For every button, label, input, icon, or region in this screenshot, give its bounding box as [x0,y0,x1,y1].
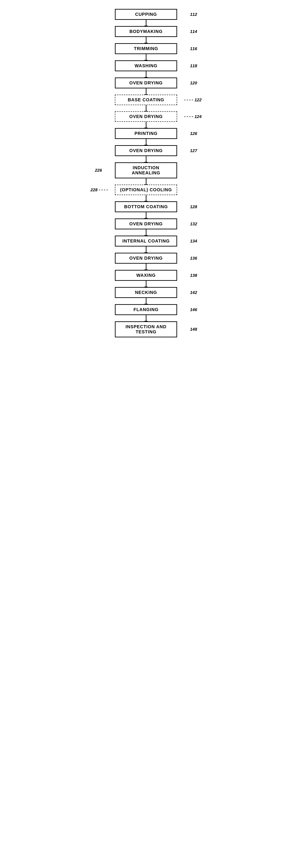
ref-oven-drying-4: 132 [190,222,197,226]
box-oven-drying-3: OVEN DRYING [115,145,177,156]
box-oven-drying-1: OVEN DRYING [115,78,177,88]
flowchart: CUPPING112BODYMAKING114TRIMMING116WASHIN… [88,4,204,342]
box-flanging: FLANGING [115,304,177,315]
ref-waxing: 138 [190,273,197,278]
step-row-necking: NECKING142 [88,287,204,298]
box-printing: PRINTING [115,128,177,139]
step-row-inspection-testing: INSPECTION AND TESTING148 [88,321,204,337]
ref-necking: 142 [190,290,197,295]
ref-internal-coating: 134 [190,239,197,244]
step-row-bodymaking: BODYMAKING114 [88,26,204,37]
dashed-ref-line [184,100,193,100]
step-row-induction-annealing: INDUCTION ANNEALING226 [88,162,204,178]
ref-inspection-testing: 148 [190,327,197,332]
step-row-washing: WASHING118 [88,60,204,71]
step-row-oven-drying-3: OVEN DRYING127 [88,145,204,156]
ref-printing: 126 [190,131,197,136]
step-row-cupping: CUPPING112 [88,9,204,20]
box-washing: WASHING [115,60,177,71]
step-row-oven-drying-2: OVEN DRYING124 [88,111,204,122]
box-necking: NECKING [115,287,177,298]
box-cupping: CUPPING [115,9,177,20]
ref-optional-cooling: 228 [90,187,108,192]
ref-induction-annealing: 226 [95,168,102,173]
box-oven-drying-5: OVEN DRYING [115,253,177,264]
step-row-base-coating: BASE COATING122 [88,95,204,105]
box-waxing: WAXING [115,270,177,281]
step-row-trimming: TRIMMING116 [88,43,204,54]
ref-oven-drying-5: 136 [190,256,197,261]
ref-cupping: 112 [190,12,197,17]
box-base-coating: BASE COATING [115,95,177,105]
box-bodymaking: BODYMAKING [115,26,177,37]
ref-oven-drying-1: 120 [190,81,197,86]
step-row-waxing: WAXING138 [88,270,204,281]
step-row-oven-drying-5: OVEN DRYING136 [88,253,204,264]
box-trimming: TRIMMING [115,43,177,54]
step-row-oven-drying-1: OVEN DRYING120 [88,78,204,88]
box-internal-coating: INTERNAL COATING [115,236,177,247]
box-inspection-testing: INSPECTION AND TESTING [115,321,177,337]
ref-base-coating: 122 [184,97,202,102]
step-row-oven-drying-4: OVEN DRYING132 [88,218,204,229]
box-oven-drying-4: OVEN DRYING [115,218,177,229]
box-oven-drying-2: OVEN DRYING [115,111,177,122]
dashed-ref-line [99,190,108,190]
box-bottom-coating: BOTTOM COATING [115,201,177,212]
step-row-printing: PRINTING126 [88,128,204,139]
ref-trimming: 116 [190,46,197,51]
ref-bodymaking: 114 [190,29,197,34]
ref-flanging: 146 [190,307,197,312]
step-row-flanging: FLANGING146 [88,304,204,315]
ref-washing: 118 [190,63,197,68]
step-row-internal-coating: INTERNAL COATING134 [88,236,204,247]
step-row-optional-cooling: (OPTIONAL) COOLING228 [88,185,204,195]
box-induction-annealing: INDUCTION ANNEALING [115,162,177,178]
ref-oven-drying-2: 124 [184,114,202,119]
dashed-ref-line [184,117,193,117]
step-row-bottom-coating: BOTTOM COATING128 [88,201,204,212]
box-optional-cooling: (OPTIONAL) COOLING [115,185,177,195]
ref-bottom-coating: 128 [190,205,197,209]
ref-oven-drying-3: 127 [190,148,197,153]
